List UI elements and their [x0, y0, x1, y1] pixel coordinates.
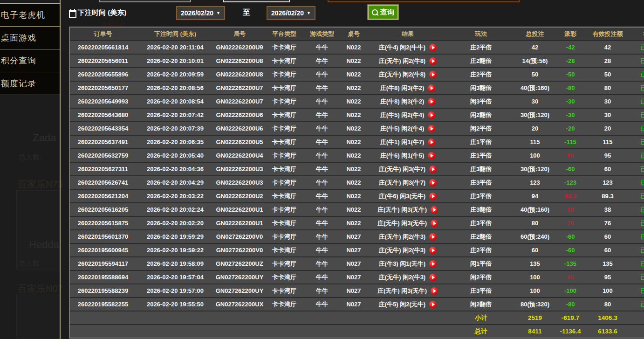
- status-cell: 已结算: [631, 284, 644, 297]
- order-no-cell: 260220205615875: [70, 217, 136, 229]
- total-payout: -1136.4: [556, 325, 584, 338]
- sidebar-item-points-query[interactable]: 积分查询: [0, 49, 60, 72]
- platform-cell: 卡卡湾厅: [265, 109, 304, 121]
- result-text: 庄(牛1) 闲1(牛7): [380, 136, 425, 148]
- order-no-cell: 260220205616205: [70, 203, 136, 216]
- table-row: 2602202056267412026-02-20 20:04:29GN0222…: [70, 175, 644, 189]
- result-cell: 庄(无牛) 闲3(无牛): [367, 217, 448, 229]
- video-play-icon[interactable]: [428, 84, 435, 92]
- video-play-icon[interactable]: [428, 125, 435, 132]
- video-play-icon[interactable]: [429, 301, 437, 308]
- video-play-icon[interactable]: [429, 274, 437, 281]
- game-type-cell: 牛牛: [304, 230, 340, 243]
- date-to-select[interactable]: 2026/02/20 ▼: [267, 6, 315, 20]
- video-play-icon[interactable]: [429, 260, 437, 268]
- video-play-icon[interactable]: [428, 138, 435, 146]
- video-play-icon[interactable]: [429, 57, 437, 65]
- platform-cell: 卡卡湾厅: [265, 298, 304, 311]
- video-play-icon[interactable]: [429, 166, 437, 173]
- video-play-icon[interactable]: [429, 193, 437, 200]
- result-text: 庄(牛8) 闲3(牛2): [380, 95, 425, 108]
- platform-cell: 卡卡湾厅: [265, 244, 304, 256]
- video-play-icon[interactable]: [431, 287, 438, 295]
- round-no-cell: GN022262200U1: [214, 217, 265, 229]
- table-no-cell: N027: [340, 257, 367, 270]
- video-play-icon[interactable]: [431, 220, 438, 227]
- valid-bet-cell: 60: [584, 230, 631, 243]
- order-no-cell: 260220205626741: [70, 176, 136, 189]
- result-cell: 庄(牛5) 闲2(无牛): [367, 298, 448, 311]
- date-from-select[interactable]: 2026/02/20 ▼: [176, 6, 225, 20]
- play-type-cell: 闲3翻倍: [448, 82, 514, 94]
- round-no-cell: GN022262200U4: [214, 149, 265, 162]
- total-bet-cell: 50: [514, 68, 556, 81]
- video-play-icon[interactable]: [429, 179, 437, 187]
- video-play-icon[interactable]: [429, 71, 437, 78]
- video-play-icon[interactable]: [428, 98, 435, 105]
- valid-bet-cell: 115: [584, 136, 631, 148]
- round-no-cell: GN022262200U5: [214, 136, 265, 148]
- result-cell: 庄(无牛) 闲3(牛7): [367, 176, 448, 189]
- result-cell: 庄(牛6) 闲3(无牛): [367, 190, 448, 202]
- sidebar-item-quota-records[interactable]: 额度记录: [0, 72, 60, 95]
- sidebar-item-slots[interactable]: 电子老虎机: [0, 4, 60, 27]
- table-no-cell: N027: [340, 271, 367, 284]
- total-bet-cell: 60(预:240): [514, 230, 556, 243]
- platform-cell: 卡卡湾厅: [265, 41, 304, 54]
- result-cell: 庄(无牛) 闲3(无牛): [367, 203, 448, 216]
- table-row: 2602201955886942026-02-20 19:57:04GN0272…: [70, 270, 644, 284]
- result-cell: 庄(牛3) 闲1(无牛): [367, 257, 448, 270]
- payout-cell: 89.3: [556, 190, 584, 202]
- round-no-cell: GN022262200U8: [214, 68, 265, 81]
- total-bet-cell: 80: [514, 217, 556, 229]
- table-no-cell: N027: [340, 284, 367, 297]
- status-cell: 已结算: [631, 257, 644, 270]
- sidebar-item-table-games[interactable]: 桌面游戏: [0, 27, 60, 49]
- platform-cell: 卡卡湾厅: [265, 95, 304, 108]
- status-cell: 已结算: [631, 271, 644, 284]
- table-row: 2602202056158752026-02-20 20:02:20GN0222…: [70, 216, 644, 229]
- payout-cell: 38: [556, 203, 584, 216]
- platform-cell: 卡卡湾厅: [265, 163, 304, 175]
- valid-bet-cell: 95: [584, 271, 631, 284]
- total-bet-cell: 115: [514, 136, 556, 148]
- video-play-icon[interactable]: [428, 152, 435, 159]
- game-type-cell: 牛牛: [304, 136, 340, 148]
- header-status: 状态: [631, 28, 644, 40]
- game-type-cell: 牛牛: [304, 122, 340, 135]
- result-text: 庄(无牛) 闲2(牛3): [379, 244, 425, 256]
- bet-time-cell: 2026-02-20 20:09:59: [136, 68, 214, 81]
- status-cell: 已结算: [631, 41, 644, 54]
- game-type-cell: 牛牛: [304, 163, 340, 175]
- round-no-cell: GN022262200U1: [214, 203, 265, 216]
- table-row: 2602202056327592026-02-20 20:05:40GN0222…: [70, 148, 644, 162]
- video-play-icon[interactable]: [429, 233, 437, 241]
- bet-records-table: 订单号下注时间 (美东)局号平台类型游戏类型桌号结果玩法总投注派彩有效投注额状态…: [69, 27, 644, 339]
- table-no-cell: N027: [340, 230, 367, 243]
- search-button[interactable]: 查询: [368, 5, 398, 20]
- game-type-cell: 牛牛: [304, 95, 340, 108]
- table-no-cell: N022: [340, 190, 367, 202]
- order-no-cell: 260220205650177: [70, 82, 136, 94]
- game-type-cell: 牛牛: [304, 41, 340, 54]
- calendar-icon: [69, 10, 76, 18]
- subtotal-valid-bet: 1406.3: [584, 311, 631, 324]
- valid-bet-cell: 28: [584, 55, 631, 67]
- result-cell: 庄(牛6) 闲1(牛5): [367, 149, 448, 162]
- video-play-icon[interactable]: [431, 206, 438, 214]
- game-type-cell: 牛牛: [304, 68, 340, 81]
- play-type-cell: 庄3翻倍: [448, 163, 514, 175]
- video-play-icon[interactable]: [429, 44, 437, 51]
- video-play-icon[interactable]: [429, 247, 437, 254]
- status-cell: 已结算: [631, 149, 644, 162]
- header-platform-type: 平台类型: [265, 28, 304, 40]
- total-bet-cell: 20: [514, 122, 556, 135]
- result-text: 庄(牛3) 闲1(无牛): [379, 257, 425, 270]
- status-cell: 已结算: [631, 176, 644, 189]
- total-status-empty: [631, 325, 644, 338]
- table-row: 2602202056436802026-02-20 20:07:42GN0222…: [70, 108, 644, 121]
- result-text: 庄(无牛) 闲2(牛3): [379, 271, 425, 284]
- status-cell: 已结算: [631, 190, 644, 202]
- valid-bet-cell: 42: [584, 41, 631, 54]
- video-play-icon[interactable]: [428, 111, 435, 119]
